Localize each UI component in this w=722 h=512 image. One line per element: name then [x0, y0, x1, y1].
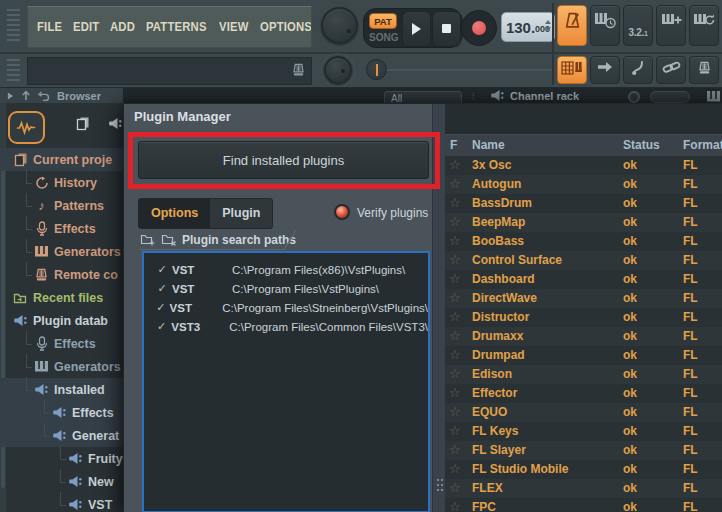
main-pitch-knob[interactable]	[324, 56, 352, 84]
channel-rack-pill[interactable]	[650, 91, 690, 103]
plugin-search-paths-list[interactable]: ✓ VST C:\Program Files(x86)\VstPlugins\ …	[142, 251, 430, 512]
pattern-song-toggle[interactable]: PAT SONG	[364, 8, 401, 48]
plugin-search-path-row[interactable]: ✓ VST C:\Program Files\VstPlugins\	[144, 279, 428, 298]
song-mode-label[interactable]: SONG	[369, 32, 398, 43]
pattern-mode-chip[interactable]: PAT	[369, 13, 397, 29]
menu-item[interactable]: FILE	[37, 20, 62, 34]
favorite-star-icon[interactable]: ☆	[449, 442, 461, 457]
favorite-star-icon[interactable]: ☆	[449, 195, 461, 210]
sidebar-item-fruity[interactable]: Fruity	[0, 447, 123, 470]
sidebar-item-generators[interactable]: Generators	[0, 240, 123, 263]
favorite-star-icon[interactable]: ☆	[449, 233, 461, 248]
favorite-star-icon[interactable]: ☆	[449, 499, 461, 512]
BooBass[interactable]: ☆ BooBass ok FL	[445, 232, 722, 251]
main-volume-knob[interactable]	[321, 7, 358, 44]
arrow-right-button[interactable]	[590, 56, 620, 84]
seek-slider[interactable]	[366, 58, 556, 82]
browser-audio-tab[interactable]	[8, 111, 45, 144]
column-status[interactable]: Status	[623, 138, 660, 152]
sidebar-item-plugin-effects[interactable]: Effects	[0, 332, 123, 355]
plugin-search-path-row[interactable]: ✓ VST C:\Program Files(x86)\VstPlugins\	[144, 260, 428, 279]
sidebar-item-recent-files[interactable]: Recent files	[0, 286, 123, 309]
sidebar-item-current-project[interactable]: Current proje	[0, 148, 123, 171]
favorite-star-icon[interactable]: ☆	[449, 252, 461, 267]
Effector[interactable]: ☆ Effector ok FL	[445, 384, 722, 403]
sidebar-item-installed-effects[interactable]: Effects	[0, 401, 123, 424]
3x Osc[interactable]: ☆ 3x Osc ok FL	[445, 156, 722, 175]
Drumpad[interactable]: ☆ Drumpad ok FL	[445, 346, 722, 365]
metronome-button[interactable]	[557, 5, 587, 46]
FL Slayer[interactable]: ☆ FL Slayer ok FL	[445, 441, 722, 460]
toolbar-grip[interactable]	[7, 59, 20, 81]
sidebar-item-installed-generators[interactable]: Generat	[0, 424, 123, 447]
Edison[interactable]: ☆ Edison ok FL	[445, 365, 722, 384]
BeepMap[interactable]: ☆ BeepMap ok FL	[445, 213, 722, 232]
channel-rack-knob[interactable]	[628, 91, 640, 103]
EQUO[interactable]: ☆ EQUO ok FL	[445, 403, 722, 422]
BassDrum[interactable]: ☆ BassDrum ok FL	[445, 194, 722, 213]
sidebar-item-plugin-generators[interactable]: Generators	[0, 355, 123, 378]
add-folder-icon[interactable]	[140, 232, 156, 247]
stop-button[interactable]	[432, 11, 461, 47]
play-button[interactable]	[402, 11, 431, 47]
find-installed-plugins-button[interactable]: Find installed plugins	[138, 141, 429, 179]
panel-splitter[interactable]	[432, 104, 445, 512]
menu-item[interactable]: OPTIONS	[260, 20, 312, 34]
collapse-arrow-icon[interactable]	[7, 92, 14, 100]
sidebar-item-history[interactable]: History	[0, 171, 123, 194]
wait-for-input-button[interactable]	[590, 5, 620, 46]
column-name[interactable]: Name	[472, 138, 505, 152]
link-controllers-button[interactable]	[656, 56, 686, 84]
Control Surface[interactable]: ☆ Control Surface ok FL	[445, 251, 722, 270]
FLEX[interactable]: ☆ FLEX ok FL	[445, 479, 722, 498]
menu-item[interactable]: VIEW	[219, 20, 249, 34]
Autogun[interactable]: ☆ Autogun ok FL	[445, 175, 722, 194]
checked-icon[interactable]: ✓	[152, 282, 172, 295]
remove-folder-icon[interactable]	[161, 232, 177, 247]
sidebar-item-effects[interactable]: Effects	[0, 217, 123, 240]
Distructor[interactable]: ☆ Distructor ok FL	[445, 308, 722, 327]
slider-thumb[interactable]	[366, 59, 387, 80]
plugin-search-path-row[interactable]: ✓ VST C:\Program Files\Stneinberg\VstPlu…	[144, 298, 428, 317]
checked-icon[interactable]: ✓	[152, 301, 170, 314]
favorite-star-icon[interactable]: ☆	[449, 271, 461, 286]
favorite-star-icon[interactable]: ☆	[449, 461, 461, 476]
tab-options[interactable]: Options	[139, 199, 210, 228]
Drumaxx[interactable]: ☆ Drumaxx ok FL	[445, 327, 722, 346]
favorite-star-icon[interactable]: ☆	[449, 423, 461, 438]
favorite-star-icon[interactable]: ☆	[449, 214, 461, 229]
channel-rack-titlebar[interactable]: Channel rack	[490, 89, 579, 102]
step-edit-button[interactable]	[557, 56, 587, 84]
FPC[interactable]: ☆ FPC ok FL	[445, 498, 722, 512]
filter-dropdown[interactable]: All	[384, 91, 462, 103]
portamento-button[interactable]	[623, 56, 653, 84]
favorite-star-icon[interactable]: ☆	[449, 290, 461, 305]
checked-icon[interactable]: ✓	[152, 263, 172, 276]
favorite-star-icon[interactable]: ☆	[449, 328, 461, 343]
undo-arrow-icon[interactable]	[38, 91, 50, 101]
favorite-star-icon[interactable]: ☆	[449, 404, 461, 419]
blend-recording-button[interactable]	[656, 5, 686, 46]
favorite-star-icon[interactable]: ☆	[449, 347, 461, 362]
sidebar-item-patterns[interactable]: ♪ Patterns	[0, 194, 123, 217]
favorite-star-icon[interactable]: ☆	[449, 366, 461, 381]
DirectWave[interactable]: ☆ DirectWave ok FL	[445, 289, 722, 308]
sidebar-item-remote-control[interactable]: Remote co	[0, 263, 123, 286]
sidebar-item-new[interactable]: New	[0, 470, 123, 493]
browser-snippets-tab[interactable]	[76, 116, 90, 131]
up-arrow-icon[interactable]	[21, 90, 31, 101]
plugin-search-path-row[interactable]: ✓ VST3 C:\Program Files\Common Files\VST…	[144, 317, 428, 336]
slider-track[interactable]	[380, 69, 552, 71]
tab-plugin[interactable]: Plugin	[210, 199, 272, 228]
FL Studio Mobile[interactable]: ☆ FL Studio Mobile ok FL	[445, 460, 722, 479]
toolbar-grip[interactable]	[7, 9, 20, 44]
sidebar-item-plugin-database[interactable]: Plugin datab	[0, 309, 123, 332]
splitter-grip[interactable]	[437, 479, 439, 481]
record-button[interactable]	[461, 10, 497, 46]
loop-recording-button[interactable]	[689, 5, 719, 46]
favorite-star-icon[interactable]: ☆	[449, 157, 461, 172]
menu-item[interactable]: ADD	[110, 20, 135, 34]
menu-item[interactable]: PATTERNS	[146, 20, 207, 34]
favorite-star-icon[interactable]: ☆	[449, 176, 461, 191]
Dashboard[interactable]: ☆ Dashboard ok FL	[445, 270, 722, 289]
